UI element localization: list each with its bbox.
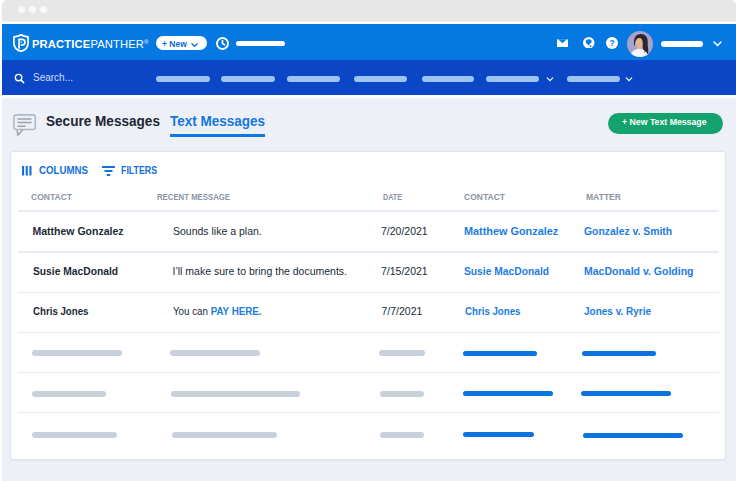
- svg-text:?: ?: [609, 38, 614, 48]
